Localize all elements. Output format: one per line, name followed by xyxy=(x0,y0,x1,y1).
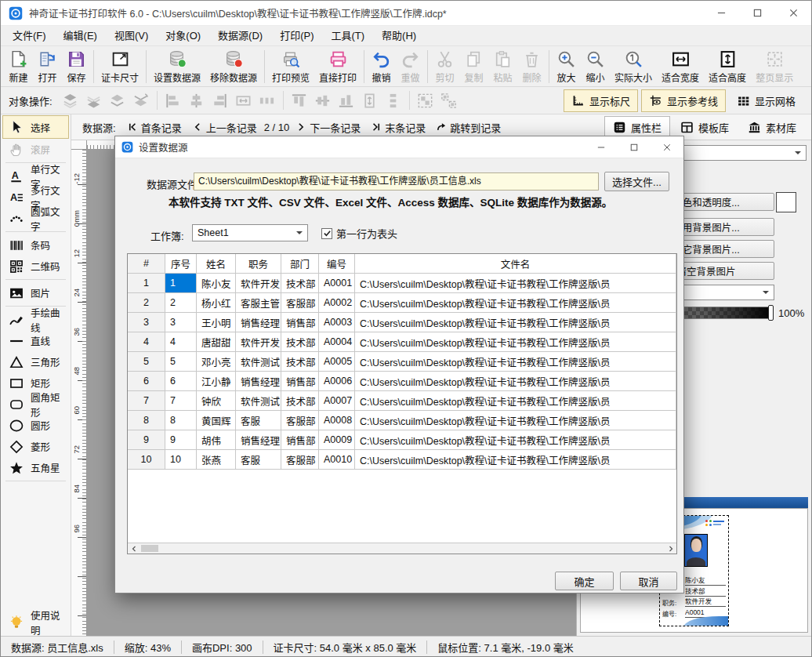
table-cell[interactable]: 技术部 xyxy=(281,274,319,292)
tab-materials[interactable]: 素材库 xyxy=(739,116,805,139)
toolbox-item-select[interactable]: 选择 xyxy=(2,115,69,139)
table-cell[interactable]: 1 xyxy=(128,274,165,292)
toolbar-button-save[interactable]: 保存 xyxy=(62,48,91,85)
toolbox-item-line[interactable]: 直线 xyxy=(2,330,69,351)
scrollbar-thumb[interactable] xyxy=(141,545,158,552)
table-cell[interactable]: C:\Users\cuilm\Desktop\教程\证卡证书教程\工作牌竖版\员 xyxy=(355,450,676,469)
table-cell[interactable]: A0010 xyxy=(319,450,355,469)
table-cell[interactable]: 销售经理 xyxy=(236,313,281,332)
table-cell[interactable]: 销售部 xyxy=(281,313,319,332)
table-cell[interactable]: 7 xyxy=(165,391,197,410)
table-cell[interactable]: 江小静 xyxy=(197,372,236,390)
table-cell[interactable]: 3 xyxy=(165,313,197,332)
dialog-close-icon[interactable] xyxy=(651,136,683,158)
table-cell[interactable]: 8 xyxy=(165,411,197,430)
table-row[interactable]: 44唐甜甜软件开发技术部A0004C:\Users\cuilm\Desktop\… xyxy=(128,332,676,352)
table-cell[interactable]: 软件开发 xyxy=(236,274,281,292)
table-cell[interactable]: 邓小亮 xyxy=(197,352,236,371)
table-cell[interactable]: 胡伟 xyxy=(197,430,236,449)
toolbox-item-diamond[interactable]: 菱形 xyxy=(2,436,69,457)
toolbar-button-new-file[interactable]: 新建 xyxy=(4,48,33,85)
table-cell[interactable]: 杨小红 xyxy=(197,293,236,312)
choose-file-button[interactable]: 选择文件... xyxy=(604,172,669,191)
table-cell[interactable]: 客服 xyxy=(236,411,281,430)
table-cell[interactable]: C:\Users\cuilm\Desktop\教程\证卡证书教程\工作牌竖版\员 xyxy=(355,372,676,390)
table-cell[interactable]: C:\Users\cuilm\Desktop\教程\证卡证书教程\工作牌竖版\员 xyxy=(355,430,676,449)
last-record-button[interactable]: 末条记录 xyxy=(366,117,431,138)
table-cell[interactable]: 7 xyxy=(128,391,165,410)
table-cell[interactable]: A0001 xyxy=(319,274,355,292)
toolbar-button-undo[interactable]: 撤销 xyxy=(367,48,396,85)
menu-item-0[interactable]: 文件(F) xyxy=(4,26,55,46)
table-cell[interactable]: 1 xyxy=(165,274,197,292)
table-cell[interactable]: A0003 xyxy=(319,313,355,332)
table-cell[interactable]: 客服 xyxy=(236,450,281,469)
table-cell[interactable]: A0005 xyxy=(319,352,355,371)
table-cell[interactable]: 王小明 xyxy=(197,313,236,332)
toolbox-item-image[interactable]: 图片 xyxy=(2,282,69,303)
toggle-show-ruler[interactable]: 显示标尺 xyxy=(564,89,638,112)
toolbar-button-actual-size[interactable]: 实际大小 xyxy=(610,48,657,85)
toolbar-button-card-size[interactable]: 证卡尺寸 xyxy=(96,48,143,85)
maximize-icon[interactable] xyxy=(739,1,775,25)
table-cell[interactable]: 客服部 xyxy=(281,293,319,312)
toolbox-item-star[interactable]: 五角星 xyxy=(2,457,69,478)
table-cell[interactable]: A0004 xyxy=(319,332,355,351)
table-cell[interactable]: C:\Users\cuilm\Desktop\教程\证卡证书教程\工作牌竖版\员 xyxy=(355,391,676,410)
dialog-minimize-icon[interactable] xyxy=(585,136,618,158)
table-cell[interactable]: C:\Users\cuilm\Desktop\教程\证卡证书教程\工作牌竖版\员 xyxy=(355,313,676,332)
table-cell[interactable]: A0007 xyxy=(319,391,355,410)
next-record-button[interactable]: 下一条记录 xyxy=(291,117,366,138)
toolbox-item-circle[interactable]: 圆形 xyxy=(2,415,69,436)
table-cell[interactable]: A0009 xyxy=(319,430,355,449)
table-cell[interactable]: 10 xyxy=(128,450,165,469)
jump-record-button[interactable]: 跳转到记录 xyxy=(431,117,506,138)
table-row[interactable]: 66江小静销售经理销售部A0006C:\Users\cuilm\Desktop\… xyxy=(128,372,676,391)
table-row[interactable]: 99胡伟销售经理销售部A0009C:\Users\cuilm\Desktop\教… xyxy=(128,430,676,450)
ok-button[interactable]: 确定 xyxy=(555,572,614,590)
table-cell[interactable]: C:\Users\cuilm\Desktop\教程\证卡证书教程\工作牌竖版\员 xyxy=(355,274,676,292)
table-cell[interactable]: 6 xyxy=(165,372,197,390)
menu-item-7[interactable]: 帮助(H) xyxy=(373,26,425,46)
table-cell[interactable]: A0006 xyxy=(319,372,355,390)
table-cell[interactable]: C:\Users\cuilm\Desktop\教程\证卡证书教程\工作牌竖版\员 xyxy=(355,332,676,351)
table-cell[interactable]: 客服部 xyxy=(281,411,319,430)
table-cell[interactable]: A0002 xyxy=(319,293,355,312)
table-cell[interactable]: C:\Users\cuilm\Desktop\教程\证卡证书教程\工作牌竖版\员 xyxy=(355,411,676,430)
table-cell[interactable]: 2 xyxy=(128,293,165,312)
toolbar-button-open-file[interactable]: 打开 xyxy=(33,48,62,85)
table-cell[interactable]: 2 xyxy=(165,293,197,312)
table-cell[interactable]: 9 xyxy=(165,430,197,449)
table-cell[interactable]: 钟欣 xyxy=(197,391,236,410)
table-cell[interactable]: 销售部 xyxy=(281,372,319,390)
menu-item-5[interactable]: 打印(P) xyxy=(271,26,322,46)
toolbox-item-round-rect[interactable]: 圆角矩形 xyxy=(2,394,69,415)
minimize-icon[interactable] xyxy=(703,1,739,25)
table-cell[interactable]: 张燕 xyxy=(197,450,236,469)
toolbar-button-fit-height[interactable]: 适合高度 xyxy=(704,48,751,85)
table-cell[interactable]: 8 xyxy=(128,411,165,430)
table-cell[interactable]: 技术部 xyxy=(281,391,319,410)
table-cell[interactable]: 销售经理 xyxy=(236,372,281,390)
table-cell[interactable]: 9 xyxy=(128,430,165,449)
toolbox-item-help[interactable]: 使用说明 xyxy=(2,612,69,633)
table-row[interactable]: 77钟欣软件测试技术部A0007C:\Users\cuilm\Desktop\教… xyxy=(128,391,676,411)
prev-record-button[interactable]: 上一条记录 xyxy=(187,117,263,138)
header-row-checkbox[interactable] xyxy=(321,228,332,239)
table-cell[interactable]: 10 xyxy=(165,450,197,469)
toolbar-button-print-preview[interactable]: 打印预览 xyxy=(267,48,314,85)
close-icon[interactable] xyxy=(775,1,811,25)
dialog-maximize-icon[interactable] xyxy=(618,136,651,158)
toolbox-item-qrcode[interactable]: 二维码 xyxy=(2,256,69,277)
table-cell[interactable]: 4 xyxy=(165,332,197,351)
table-cell[interactable]: 5 xyxy=(128,352,165,371)
table-cell[interactable]: 技术部 xyxy=(281,332,319,351)
menu-item-1[interactable]: 编辑(E) xyxy=(55,26,106,46)
table-cell[interactable]: 软件测试 xyxy=(236,391,281,410)
table-cell[interactable]: C:\Users\cuilm\Desktop\教程\证卡证书教程\工作牌竖版\员 xyxy=(355,293,676,312)
table-row[interactable]: 1010张燕客服客服部A0010C:\Users\cuilm\Desktop\教… xyxy=(128,450,676,470)
toolbox-item-triangle[interactable]: 三角形 xyxy=(2,351,69,372)
table-cell[interactable]: C:\Users\cuilm\Desktop\教程\证卡证书教程\工作牌竖版\员 xyxy=(355,352,676,371)
menu-item-3[interactable]: 对象(O) xyxy=(157,26,209,46)
table-cell[interactable]: 6 xyxy=(128,372,165,390)
